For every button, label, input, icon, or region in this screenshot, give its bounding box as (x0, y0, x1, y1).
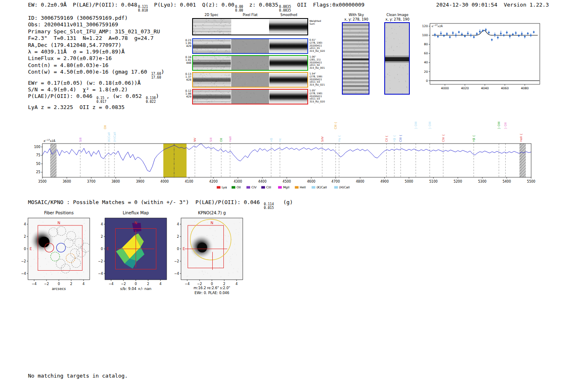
noise-dot (264, 48, 264, 49)
weight-line: 429 (183, 95, 191, 98)
ytick-label: 0 (177, 247, 179, 251)
noise-dot (227, 246, 228, 247)
noise-dot (265, 51, 266, 51)
noise-dot (244, 42, 244, 42)
noise-dot (203, 73, 204, 73)
noise-dot (77, 273, 78, 274)
noise-dot (259, 39, 260, 40)
sup: −17 (433, 24, 438, 26)
plae-poii-stat: P(LAE)/P(OII): 0.048 (73, 2, 137, 8)
ytick-label: −4 (21, 272, 26, 276)
noise-dot (385, 77, 386, 77)
noise-dot (28, 243, 29, 244)
xtick-label: 4400 (258, 180, 266, 183)
noise-dot (202, 271, 203, 272)
xtick-label: 4020 (461, 86, 469, 90)
noise-dot (261, 57, 261, 58)
noise-dot (194, 221, 195, 222)
data-point (494, 34, 496, 36)
noise-dot (361, 58, 362, 58)
ytick-label: 2 (101, 235, 103, 239)
noise-dot (397, 74, 398, 75)
row-gap (343, 65, 369, 65)
noise-dot (268, 91, 269, 91)
noise-dot (267, 59, 267, 60)
xtick-label: 4000 (160, 180, 169, 183)
noise-dot (386, 41, 386, 42)
noise-dot (364, 70, 365, 70)
legend-swatch (278, 186, 282, 189)
noise-dot (355, 84, 356, 84)
noise-dot (196, 93, 196, 93)
noise-dot (192, 227, 193, 227)
legend-label: (H)CaII (339, 186, 350, 189)
noise-dot (195, 26, 196, 27)
line-marker-label: OII (104, 125, 107, 129)
noise-dot (390, 83, 390, 84)
noise-dot (194, 23, 195, 23)
noise-dot (267, 63, 267, 63)
noise-dot (266, 44, 266, 45)
cutouts-2d: 2D SpecPixel FlatSmoothedWeightedSum0.23… (183, 12, 333, 107)
row-gap (343, 27, 369, 27)
fiber-row (343, 81, 369, 84)
noise-dot (198, 86, 199, 86)
noise-dot (196, 267, 197, 268)
footer-notes: No matching targets in catalog. Row inte… (28, 360, 128, 392)
noise-dot (241, 63, 241, 63)
noise-dot (221, 68, 221, 68)
xtick-label: 0 (58, 282, 60, 286)
noise-dot (250, 100, 250, 100)
ytick-label: 4 (101, 223, 103, 226)
noise-dot (239, 60, 240, 60)
noise-dot (408, 70, 408, 71)
noise-dot (236, 255, 237, 255)
info-line: S/N = 4.9(±0.4) χ² = 1.8(±0.2) (28, 86, 164, 93)
noise-dot (198, 42, 199, 42)
noise-dot (344, 82, 345, 82)
xtick-label: −2 (121, 282, 126, 286)
noise-dot (196, 43, 197, 43)
xtick-label: −4 (185, 282, 190, 286)
info-text: ) (156, 93, 159, 99)
noise-dot (362, 37, 363, 37)
noise-dot (202, 25, 203, 26)
noise-dot (409, 30, 409, 30)
noise-dot (234, 244, 235, 245)
noise-dot (252, 65, 253, 65)
noise-dot (58, 272, 59, 273)
noise-dot (214, 241, 215, 241)
column-header: 2D Spec (204, 13, 218, 17)
noise-dot (244, 52, 244, 52)
noise-dot (207, 40, 207, 40)
noise-dot (359, 63, 360, 63)
noise-dot (349, 30, 350, 30)
noise-dot (353, 56, 353, 56)
noise-dot (70, 226, 70, 227)
line-marker-label: Hδ (270, 138, 273, 142)
noise-dot (44, 276, 45, 277)
noise-dot (200, 74, 202, 74)
noise-dot (363, 67, 363, 67)
streak (193, 22, 231, 23)
noise-dot (409, 67, 409, 68)
xtick-label: 2 (223, 282, 225, 286)
noise-dot (404, 27, 404, 28)
noise-dot (67, 277, 68, 278)
cutout-strip (193, 73, 307, 87)
noise-dot (60, 223, 61, 224)
noise-dot (197, 100, 198, 100)
noise-dot (351, 63, 352, 63)
noise-dot (262, 61, 262, 62)
noise-dot (363, 93, 363, 94)
axes-frame (430, 23, 540, 84)
noise-dot (211, 276, 211, 277)
flux-units-annotation: e−17x2Å (44, 139, 56, 143)
noise-dot (242, 65, 243, 66)
noise-dot (223, 26, 225, 27)
noise-dot (232, 83, 232, 83)
fiber-row (343, 93, 369, 95)
noise-dot (243, 95, 244, 95)
ytick-label: −4 (98, 272, 103, 276)
row-gap (343, 42, 369, 42)
